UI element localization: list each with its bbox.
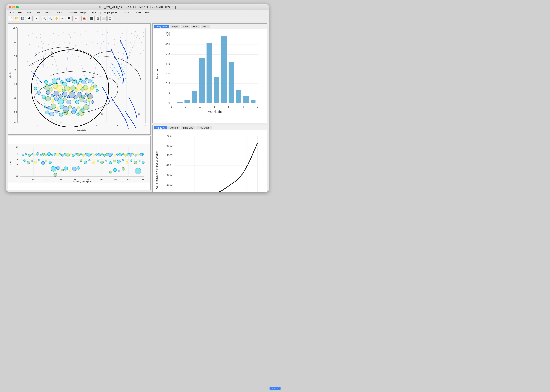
svg-text:500: 500 [165, 53, 170, 56]
tab-depth[interactable]: Depth [170, 25, 180, 28]
svg-text:180: 180 [127, 178, 130, 180]
svg-point-164 [55, 110, 58, 113]
svg-point-149 [87, 97, 91, 102]
tb-monitor[interactable]: 🖥 [66, 16, 71, 21]
tab-time-depth[interactable]: Time-Depth [196, 126, 212, 129]
svg-rect-329 [192, 91, 197, 103]
svg-point-229 [61, 154, 64, 156]
tb-export[interactable]: 📤 [81, 16, 87, 21]
svg-point-261 [24, 160, 26, 162]
svg-point-126 [46, 91, 50, 95]
svg-point-233 [72, 154, 74, 157]
svg-text:60: 60 [16, 175, 18, 177]
svg-rect-196 [138, 113, 139, 115]
tab-moment[interactable]: Moment [167, 126, 180, 129]
menu-map-options[interactable]: Map Options [102, 11, 120, 14]
menu-window[interactable]: Window [66, 11, 78, 14]
menu-desktop[interactable]: Desktop [53, 11, 66, 14]
menu-ztools[interactable]: ZTools [132, 11, 143, 14]
svg-point-173 [93, 85, 97, 88]
svg-point-98 [49, 83, 52, 85]
svg-point-150 [91, 101, 94, 104]
svg-point-235 [77, 153, 80, 156]
svg-rect-195 [101, 113, 103, 115]
svg-point-56 [108, 43, 109, 44]
svg-text:100: 100 [165, 91, 170, 95]
tb-zoom-out[interactable]: 🔍 [48, 16, 53, 21]
svg-text:4: 4 [242, 105, 244, 108]
tb-new[interactable]: 📄 [8, 16, 13, 21]
svg-point-174 [96, 89, 98, 92]
svg-point-296 [135, 168, 141, 174]
svg-text:Number: Number [156, 68, 159, 79]
minimize-button[interactable] [12, 6, 15, 8]
tb-pen[interactable]: ✏ [74, 16, 79, 21]
svg-point-53 [92, 42, 93, 42]
svg-point-271 [89, 159, 90, 161]
svg-point-225 [51, 154, 53, 156]
svg-point-62 [141, 42, 142, 43]
menu-bar: File Edit View Insert Tools Desktop Wind… [7, 10, 269, 15]
tab-time-mag[interactable]: Time-Mag [181, 126, 195, 129]
svg-point-264 [34, 161, 37, 163]
tab-magnitude[interactable]: Magnitude [154, 25, 169, 28]
tab-hour[interactable]: Hour [191, 25, 200, 28]
svg-point-89 [114, 39, 116, 40]
svg-point-218 [32, 154, 33, 155]
tb-zoom-in[interactable]: 🔍 [42, 16, 47, 21]
menu-tools[interactable]: Tools [43, 11, 53, 14]
main-window: SED_fdsn_2000_on [10-Jan-2000 05:30:09 -… [7, 4, 269, 192]
svg-point-157 [68, 106, 72, 109]
menu-insert[interactable]: Insert [33, 11, 43, 14]
tb-open[interactable]: 📂 [14, 16, 19, 21]
menu-edit[interactable]: Edit [16, 11, 24, 14]
tab-fmd[interactable]: FMD [201, 25, 210, 28]
map-container[interactable]: 48.5 48 47.5 47 46.5 46 45.5 45 Latitude… [8, 24, 151, 134]
menu-file[interactable]: File [8, 11, 15, 14]
tb-print[interactable]: 🖨 [26, 16, 31, 21]
menu-edit2[interactable]: Edit! [90, 11, 99, 14]
close-button[interactable] [9, 6, 11, 8]
tb-toggle2[interactable]: ▦ [95, 16, 101, 21]
tb-cursor[interactable]: ↖ [34, 16, 39, 21]
svg-point-82 [143, 50, 144, 51]
svg-point-148 [84, 100, 87, 103]
left-panel: 48.5 48 47.5 47 46.5 46 45.5 45 Latitude… [8, 23, 151, 190]
svg-point-20 [45, 32, 45, 33]
svg-text:3000: 3000 [167, 173, 172, 176]
menu-catalog[interactable]: Catalog [120, 11, 132, 14]
svg-point-162 [45, 111, 49, 114]
tb-pan[interactable]: ✋ [54, 16, 59, 21]
tb-undo[interactable]: ↩ [60, 16, 65, 21]
svg-point-172 [37, 91, 41, 95]
svg-point-220 [36, 152, 39, 155]
histogram-svg: 0 100 200 300 400 500 600 700 800 -1 0 1 [153, 30, 266, 120]
menu-view[interactable]: View [24, 11, 33, 14]
tb-toggle1[interactable]: ⬛ [89, 16, 95, 21]
menu-grid[interactable]: Grid [144, 11, 152, 14]
maximize-button[interactable] [16, 6, 19, 8]
tb-toggle4[interactable]: ▢ [107, 16, 113, 21]
menu-help[interactable]: Help [79, 11, 87, 14]
svg-point-106 [76, 82, 79, 84]
svg-text:47.5: 47.5 [13, 55, 17, 57]
tab-cumplot[interactable]: cumplot [154, 126, 167, 129]
svg-point-267 [45, 160, 47, 162]
svg-rect-194 [52, 52, 53, 54]
svg-point-65 [40, 56, 41, 57]
svg-point-94 [139, 38, 140, 39]
svg-point-138 [42, 95, 46, 99]
tb-toggle3[interactable]: ⬜ [101, 16, 107, 21]
svg-point-133 [74, 96, 77, 99]
svg-point-230 [64, 153, 66, 155]
svg-point-43 [38, 46, 39, 47]
svg-text:100: 100 [73, 178, 76, 180]
tb-save[interactable]: 💾 [20, 16, 25, 21]
tab-date[interactable]: Date [181, 25, 190, 28]
svg-point-38 [135, 31, 136, 32]
svg-point-290 [72, 167, 76, 171]
svg-point-64 [35, 53, 36, 54]
svg-text:40: 40 [16, 163, 18, 166]
svg-point-129 [59, 95, 63, 98]
svg-rect-337 [251, 100, 255, 103]
